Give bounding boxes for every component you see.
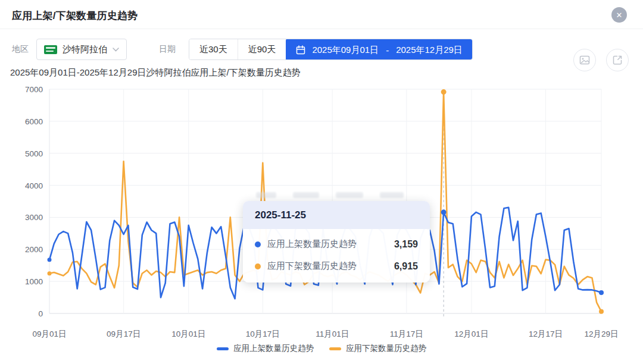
orange-legend-bar-icon [329, 347, 341, 350]
chart-title: 2025年09月01日-2025年12月29日沙特阿拉伯应用上架/下架数量历史趋… [10, 67, 301, 79]
tooltip-label: 应用下架数量历史趋势 [267, 261, 357, 272]
close-button[interactable]: ✕ [611, 7, 627, 23]
date-range-control: 近30天 近90天 2025年09月01日 - 2025年12月29日 [189, 39, 473, 60]
legend-label: 应用下架数量历史趋势 [346, 343, 426, 354]
app-trend-modal: { "header": { "title": "应用上架/下架数量历史趋势" }… [0, 0, 643, 364]
svg-text:4000: 4000 [25, 181, 43, 190]
svg-text:09月01日: 09月01日 [32, 330, 66, 338]
tooltip-row-listed: 应用上架数量历史趋势 3,159 [243, 233, 430, 255]
region-select[interactable]: 沙特阿拉伯 [36, 39, 127, 60]
tooltip-value: 3,159 [394, 239, 418, 250]
close-icon: ✕ [616, 11, 623, 20]
orange-series-dot-icon [255, 263, 261, 269]
external-link-icon [612, 55, 623, 65]
svg-text:12月29日: 12月29日 [584, 330, 618, 338]
x-axis-labels: 09月01日09月17日10月01日10月17日11月01日11月17日12月0… [32, 330, 618, 338]
chart-legend: 应用上架数量历史趋势 应用下架数量历史趋势 [0, 343, 643, 354]
svg-text:11月17日: 11月17日 [390, 330, 423, 338]
tooltip-row-delisted: 应用下架数量历史趋势 6,915 [243, 255, 430, 277]
date-range-separator: - [386, 45, 389, 55]
custom-date-range-button[interactable]: 2025年09月01日 - 2025年12月29日 [286, 39, 473, 60]
region-label: 地区 [12, 44, 29, 55]
preset-30-days-button[interactable]: 近30天 [189, 39, 238, 59]
chart-tooltip: 2025-11-25 应用上架数量历史趋势 3,159 应用下架数量历史趋势 6… [243, 201, 430, 283]
svg-text:1000: 1000 [25, 277, 43, 286]
page-title: 应用上架/下架数量历史趋势 [12, 9, 138, 23]
image-icon [579, 55, 590, 65]
save-image-button[interactable] [573, 49, 596, 71]
svg-text:11月01日: 11月01日 [316, 330, 349, 338]
svg-text:10月17日: 10月17日 [246, 330, 280, 338]
tooltip-value: 6,915 [394, 261, 418, 272]
svg-text:7000: 7000 [25, 85, 43, 94]
svg-text:09月17日: 09月17日 [107, 330, 141, 338]
date-label: 日期 [159, 44, 176, 55]
date-range-end: 2025年12月29日 [396, 45, 463, 56]
calendar-icon [296, 45, 305, 55]
tooltip-label: 应用上架数量历史趋势 [267, 239, 357, 250]
modal-header: 应用上架/下架数量历史趋势 [0, 0, 643, 29]
svg-text:2000: 2000 [25, 245, 43, 254]
tooltip-date: 2025-11-25 [243, 201, 430, 229]
filter-bar: 地区 沙特阿拉伯 日期 近30天 近90天 2025年09月01日 - 2025… [12, 39, 473, 60]
svg-text:10月01日: 10月01日 [171, 330, 205, 338]
blue-legend-bar-icon [217, 347, 229, 350]
svg-text:5000: 5000 [25, 149, 43, 158]
date-range-start: 2025年09月01日 [312, 45, 379, 56]
y-axis-labels: 01000200030004000500060007000 [25, 85, 43, 318]
legend-item-listed[interactable]: 应用上架数量历史趋势 [217, 343, 314, 354]
svg-text:6000: 6000 [25, 117, 43, 126]
svg-text:12月17日: 12月17日 [529, 330, 563, 338]
legend-item-delisted[interactable]: 应用下架数量历史趋势 [329, 343, 426, 354]
legend-label: 应用上架数量历史趋势 [233, 343, 314, 354]
svg-text:3000: 3000 [25, 213, 43, 222]
svg-text:12月01日: 12月01日 [454, 330, 488, 338]
svg-text:0: 0 [38, 309, 43, 318]
open-in-new-button[interactable] [606, 49, 629, 71]
region-value: 沙特阿拉伯 [63, 44, 107, 55]
chevron-down-icon [113, 48, 119, 52]
blue-series-dot-icon [255, 241, 261, 247]
preset-90-days-button[interactable]: 近90天 [238, 39, 287, 59]
saudi-arabia-flag-icon [44, 45, 57, 54]
